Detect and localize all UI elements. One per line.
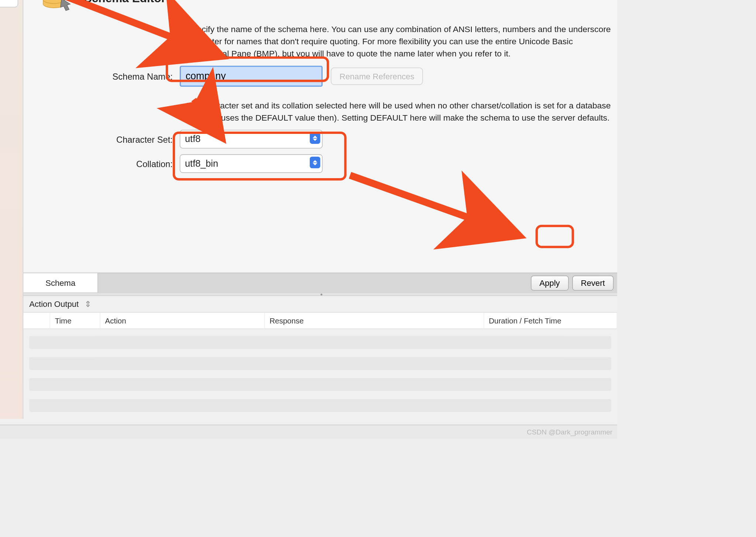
schema-name-input[interactable] xyxy=(180,66,323,87)
dropdown-caret-icon xyxy=(310,132,320,144)
schema-editor-panel: Schema Editor Specify the name of the sc… xyxy=(23,0,617,273)
collation-select[interactable]: utf8_bin xyxy=(180,154,323,173)
schema-name-label: Schema Name: xyxy=(35,71,180,81)
status-bar: Added new scratch query editor xyxy=(0,425,617,439)
output-row-placeholder xyxy=(29,399,611,412)
output-row-placeholder xyxy=(29,357,611,370)
editor-bottom-bar: Schema Apply Revert xyxy=(23,273,617,292)
schema-subtab[interactable]: Schema xyxy=(23,273,98,293)
collation-value: utf8_bin xyxy=(185,159,218,169)
tree-item-sys[interactable]: ▸ sys xyxy=(0,15,17,30)
output-row-placeholder xyxy=(29,336,611,349)
output-row-placeholder xyxy=(29,378,611,391)
col-action: Action xyxy=(100,313,265,329)
rename-references-button[interactable]: Rename References xyxy=(331,67,423,85)
dropdown-caret-icon xyxy=(310,157,320,169)
output-table-header: Time Action Response Duration / Fetch Ti… xyxy=(23,312,617,329)
schema-name-description: Specify the name of the schema here. You… xyxy=(187,23,617,60)
charset-select[interactable]: utf8 xyxy=(180,130,323,149)
output-panel: Action Output ⇕ Time Action Response Dur… xyxy=(23,296,617,419)
watermark-text: CSDN @Dark_programmer xyxy=(527,428,612,436)
revert-button[interactable]: Revert xyxy=(572,275,614,290)
apply-button[interactable]: Apply xyxy=(531,275,569,290)
charset-description: The character set and its collation sele… xyxy=(187,100,617,124)
schema-editor-icon xyxy=(41,0,73,13)
output-title: Action Output xyxy=(29,299,79,309)
col-response: Response xyxy=(265,313,484,329)
sidebar-splitter[interactable] xyxy=(0,416,23,419)
charset-label: Character Set: xyxy=(35,134,180,144)
schema-tree: ▸ sys xyxy=(0,12,23,33)
charset-value: utf8 xyxy=(185,134,200,144)
editor-title: Schema Editor xyxy=(84,0,166,5)
schema-subtab-label: Schema xyxy=(45,278,75,287)
col-duration: Duration / Fetch Time xyxy=(484,313,617,329)
col-time: Time xyxy=(50,313,100,329)
filter-objects-input[interactable] xyxy=(0,0,18,7)
sidebar: Administration Schemas SCHEMAS ↻ 🔍 ▸ sys xyxy=(0,0,23,419)
horizontal-splitter[interactable] xyxy=(23,292,617,296)
output-dropdown-icon[interactable]: ⇕ xyxy=(85,299,92,309)
collation-label: Collation: xyxy=(35,159,180,169)
